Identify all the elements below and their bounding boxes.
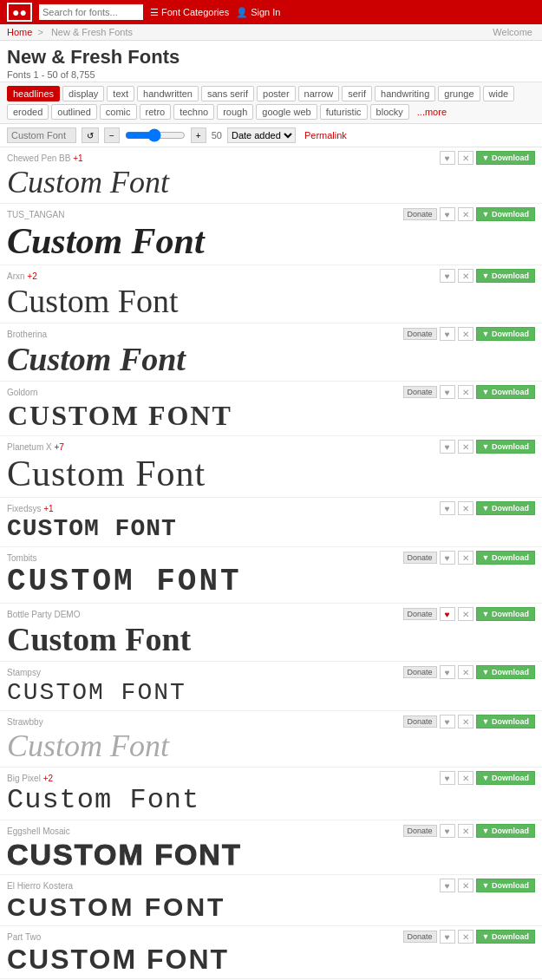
font-item: BrotherinaDonate♥✕▼ DownloadCustom Font [0,323,542,382]
donate-button[interactable]: Donate [403,386,437,398]
sign-in-button[interactable]: 👤 Sign In [236,7,280,18]
filter-tab-handwriting[interactable]: handwriting [375,86,435,101]
download-button[interactable]: ▼ Download [476,771,535,785]
dislike-button[interactable]: ✕ [458,440,473,454]
donate-button[interactable]: Donate [403,715,437,728]
filter-tab-outlined[interactable]: outlined [51,104,97,120]
like-button[interactable]: ♥ [440,930,455,944]
filter-tab-narrow[interactable]: narrow [298,86,340,101]
dislike-button[interactable]: ✕ [458,269,473,283]
donate-button[interactable]: Donate [403,608,437,620]
dislike-button[interactable]: ✕ [458,824,473,838]
filter-tab-display[interactable]: display [62,86,104,101]
site-logo[interactable]: ●● [7,3,32,22]
download-button[interactable]: ▼ Download [476,665,535,679]
filter-tab-google-web[interactable]: google web [256,104,317,120]
filter-tab-grunge[interactable]: grunge [438,86,480,101]
font-categories-button[interactable]: ☰ Font Categories [150,7,229,18]
download-button[interactable]: ▼ Download [476,824,535,838]
like-button[interactable]: ♥ [440,501,455,515]
download-button[interactable]: ▼ Download [476,385,535,399]
size-slider[interactable] [125,128,186,142]
donate-button[interactable]: Donate [403,208,437,220]
dislike-button[interactable]: ✕ [458,551,473,565]
dislike-button[interactable]: ✕ [458,715,473,728]
breadcrumb-home[interactable]: Home [7,27,32,37]
like-button[interactable]: ♥ [440,151,455,165]
download-button[interactable]: ▼ Download [476,151,535,165]
filter-tab-rough[interactable]: rough [217,104,253,120]
filter-tab-text[interactable]: text [107,86,134,101]
like-button[interactable]: ♥ [440,665,455,679]
donate-button[interactable]: Donate [403,328,437,340]
like-button[interactable]: ♥ [440,879,455,892]
donate-button[interactable]: Donate [403,931,437,943]
font-preview: CUSTOM FONT [7,681,535,705]
download-button[interactable]: ▼ Download [476,715,535,728]
reset-button[interactable]: ↺ [82,127,99,143]
filter-tab-eroded[interactable]: eroded [7,104,49,120]
filter-tab-serif[interactable]: serif [342,86,372,101]
like-button[interactable]: ♥ [440,715,455,728]
download-button[interactable]: ▼ Download [476,269,535,283]
download-button[interactable]: ▼ Download [476,879,535,892]
filter-tab-comic[interactable]: comic [100,104,137,120]
like-button[interactable]: ♥ [440,551,455,565]
permalink-link[interactable]: Permalink [304,130,347,140]
download-button[interactable]: ▼ Download [476,930,535,944]
font-preview-text: Custom Font [7,343,535,376]
dislike-button[interactable]: ✕ [458,771,473,785]
filter-tab-headlines[interactable]: headlines [7,86,60,101]
search-input[interactable] [39,4,143,20]
download-button[interactable]: ▼ Download [476,607,535,621]
like-button[interactable]: ♥ [440,607,455,621]
font-actions: ♥✕▼ Download [440,269,535,283]
dislike-button[interactable]: ✕ [458,879,473,892]
dislike-button[interactable]: ✕ [458,151,473,165]
like-button[interactable]: ♥ [440,771,455,785]
filter-tab-futuristic[interactable]: futuristic [320,104,368,120]
dislike-button[interactable]: ✕ [458,327,473,341]
font-preview: CUSTOM FONT [7,401,535,430]
like-button[interactable]: ♥ [440,327,455,341]
download-button[interactable]: ▼ Download [476,501,535,515]
filter-tab-wide[interactable]: wide [483,86,515,101]
like-button[interactable]: ♥ [440,207,455,221]
like-button[interactable]: ♥ [440,440,455,454]
filter-tab-retro[interactable]: retro [140,104,172,120]
zoom-out-button[interactable]: − [104,127,120,143]
download-button[interactable]: ▼ Download [476,327,535,341]
filter-tab-blocky[interactable]: blocky [370,104,409,120]
welcome-text: Welcome [493,27,532,37]
download-button[interactable]: ▼ Download [476,551,535,565]
zoom-in-button[interactable]: + [191,127,206,143]
like-button[interactable]: ♥ [440,269,455,283]
font-name: Strawbby [7,717,43,727]
donate-button[interactable]: Donate [403,666,437,678]
dislike-button[interactable]: ✕ [458,207,473,221]
dislike-button[interactable]: ✕ [458,607,473,621]
font-name: Stampsy [7,668,41,677]
donate-button[interactable]: Donate [403,552,437,564]
font-variant: +1 [43,504,53,513]
filter-tab-poster[interactable]: poster [257,86,296,101]
custom-text-input[interactable] [7,127,76,143]
dislike-button[interactable]: ✕ [458,930,473,944]
like-button[interactable]: ♥ [440,385,455,399]
font-preview: Custom Font [7,455,535,492]
font-preview-text: CUSTOM FONT [7,681,535,705]
dislike-button[interactable]: ✕ [458,501,473,515]
filter-tab-techno[interactable]: techno [173,104,214,120]
download-button[interactable]: ▼ Download [476,207,535,221]
filter-tab-handwritten[interactable]: handwritten [137,86,199,101]
donate-button[interactable]: Donate [403,825,437,837]
like-button[interactable]: ♥ [440,824,455,838]
font-name-row: Fixedsys +1♥✕▼ Download [7,501,535,515]
dislike-button[interactable]: ✕ [458,665,473,679]
filter-tab-sans-serif[interactable]: sans serif [201,86,254,101]
filter-tab----more[interactable]: ...more [412,105,452,119]
dislike-button[interactable]: ✕ [458,385,473,399]
font-name-row: BrotherinaDonate♥✕▼ Download [7,327,535,341]
sort-select[interactable]: Date added Name Popularity [227,127,296,143]
download-button[interactable]: ▼ Download [476,440,535,454]
